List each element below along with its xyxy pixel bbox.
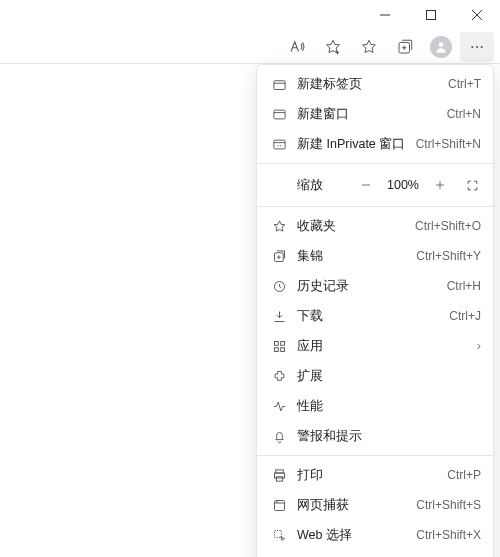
star-add-icon	[324, 38, 342, 56]
svg-point-2	[439, 42, 444, 47]
menu-item-shortcut: Ctrl+T	[448, 77, 481, 91]
menu-item-shortcut: Ctrl+P	[447, 468, 481, 482]
chevron-right-icon: ›	[471, 339, 481, 353]
minimize-button[interactable]	[362, 0, 408, 30]
menu-item-shortcut: Ctrl+Shift+O	[415, 219, 481, 233]
extensions-icon	[271, 368, 287, 384]
menu-item-label: 下载	[297, 308, 439, 325]
collections-icon	[271, 248, 287, 264]
menu-item-web-select[interactable]: Web 选择 Ctrl+Shift+X	[257, 520, 493, 550]
zoom-in-button[interactable]	[427, 172, 453, 198]
close-button[interactable]	[454, 0, 500, 30]
add-favorite-button[interactable]	[316, 32, 350, 62]
browser-toolbar	[0, 30, 500, 64]
menu-item-label: 警报和提示	[297, 428, 481, 445]
more-horizontal-icon	[469, 39, 485, 55]
zoom-out-button[interactable]	[353, 172, 379, 198]
menu-item-alerts[interactable]: 警报和提示	[257, 421, 493, 451]
menu-item-shortcut: Ctrl+N	[447, 107, 481, 121]
menu-item-extensions[interactable]: 扩展	[257, 361, 493, 391]
menu-item-web-capture[interactable]: 网页捕获 Ctrl+Shift+S	[257, 490, 493, 520]
menu-item-new-inprivate[interactable]: 新建 InPrivate 窗口 Ctrl+Shift+N	[257, 129, 493, 159]
menu-item-label: 扩展	[297, 368, 481, 385]
minus-icon	[360, 179, 372, 191]
svg-rect-17	[276, 476, 282, 480]
menu-item-shortcut: Ctrl+Shift+N	[416, 137, 481, 151]
profile-button[interactable]	[424, 32, 458, 62]
plus-icon	[434, 179, 446, 191]
fullscreen-button[interactable]	[459, 172, 485, 198]
menu-item-label: 集锦	[297, 248, 406, 265]
window-icon	[271, 106, 287, 122]
svg-rect-13	[274, 347, 278, 351]
menu-item-shortcut: Ctrl+Shift+X	[416, 528, 481, 542]
maximize-button[interactable]	[408, 0, 454, 30]
menu-item-zoom: 缩放 100%	[257, 168, 493, 202]
menu-item-print[interactable]: 打印 Ctrl+P	[257, 460, 493, 490]
web-select-icon	[271, 527, 287, 543]
read-aloud-icon	[288, 38, 306, 56]
menu-item-label: 应用	[297, 338, 461, 355]
download-icon	[271, 308, 287, 324]
svg-rect-6	[273, 80, 284, 89]
menu-item-downloads[interactable]: 下载 Ctrl+J	[257, 301, 493, 331]
menu-item-shortcut: Ctrl+Shift+Y	[416, 249, 481, 263]
menu-item-label: Web 选择	[297, 527, 406, 544]
menu-item-label: 性能	[297, 398, 481, 415]
menu-item-label: 收藏夹	[297, 218, 405, 235]
menu-item-shortcut: Ctrl+H	[447, 279, 481, 293]
print-icon	[271, 467, 287, 483]
zoom-value: 100%	[385, 178, 421, 192]
favorites-hub-button[interactable]	[352, 32, 386, 62]
person-icon	[434, 40, 448, 54]
web-capture-icon	[271, 497, 287, 513]
menu-item-label: 历史记录	[297, 278, 437, 295]
svg-rect-8	[273, 140, 284, 149]
collections-icon	[396, 38, 414, 56]
tab-icon	[271, 76, 287, 92]
zoom-label: 缩放	[297, 177, 323, 194]
menu-item-label: 新建窗口	[297, 106, 437, 123]
history-icon	[271, 278, 287, 294]
menu-item-label: 打印	[297, 467, 437, 484]
menu-item-new-window[interactable]: 新建窗口 Ctrl+N	[257, 99, 493, 129]
read-aloud-toolbar-button[interactable]	[280, 32, 314, 62]
bell-icon	[271, 428, 287, 444]
svg-rect-18	[274, 500, 284, 510]
menu-item-shortcut: Ctrl+Shift+S	[416, 498, 481, 512]
svg-rect-12	[280, 341, 284, 345]
star-icon	[360, 38, 378, 56]
menu-item-share[interactable]: 共享	[257, 550, 493, 557]
collections-button[interactable]	[388, 32, 422, 62]
apps-icon	[271, 338, 287, 354]
settings-menu: 新建标签页 Ctrl+T 新建窗口 Ctrl+N 新建 InPrivate 窗口…	[256, 64, 494, 557]
svg-rect-7	[273, 110, 284, 119]
menu-separator	[257, 163, 493, 164]
window-titlebar	[0, 0, 500, 30]
svg-point-5	[481, 45, 483, 47]
menu-item-apps[interactable]: 应用 ›	[257, 331, 493, 361]
menu-item-shortcut: Ctrl+J	[449, 309, 481, 323]
menu-item-history[interactable]: 历史记录 Ctrl+H	[257, 271, 493, 301]
svg-point-3	[471, 45, 473, 47]
star-icon	[271, 218, 287, 234]
svg-rect-0	[427, 11, 436, 20]
svg-point-4	[476, 45, 478, 47]
menu-item-collections[interactable]: 集锦 Ctrl+Shift+Y	[257, 241, 493, 271]
inprivate-icon	[271, 136, 287, 152]
menu-separator	[257, 206, 493, 207]
svg-rect-11	[274, 341, 278, 345]
fullscreen-icon	[466, 179, 479, 192]
avatar	[430, 36, 452, 58]
menu-item-favorites[interactable]: 收藏夹 Ctrl+Shift+O	[257, 211, 493, 241]
menu-separator	[257, 455, 493, 456]
menu-item-label: 新建标签页	[297, 76, 438, 93]
menu-item-label: 新建 InPrivate 窗口	[297, 136, 406, 153]
menu-item-label: 网页捕获	[297, 497, 406, 514]
menu-item-new-tab[interactable]: 新建标签页 Ctrl+T	[257, 69, 493, 99]
more-button[interactable]	[460, 32, 494, 62]
menu-item-performance[interactable]: 性能	[257, 391, 493, 421]
svg-rect-14	[280, 347, 284, 351]
performance-icon	[271, 398, 287, 414]
